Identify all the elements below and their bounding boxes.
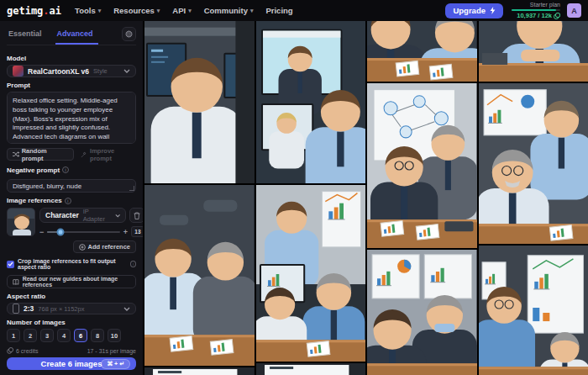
settings-button[interactable] [122,27,136,41]
nav-tools-label: Tools [75,6,96,15]
image-references-label: Image referencesi [7,197,136,204]
generation-cost-row: 6 credits 17 - 31s per image [7,347,136,354]
create-images-button[interactable]: Create 6 images ⌘ + ↵ [7,357,136,370]
guides-banner[interactable]: Read our new guides about image referenc… [7,275,136,288]
generated-image[interactable] [144,367,255,375]
nav-pricing[interactable]: Pricing [265,6,292,15]
gallery-column-1 [144,21,255,375]
guides-banner-label: Read our new guides about image referenc… [23,276,130,288]
logo-text: getimg [7,5,43,17]
aspect-ratio-label: Aspect ratio [7,293,136,300]
generated-image[interactable] [479,83,588,244]
nav-tools[interactable]: Tools▾ [75,6,101,15]
info-icon[interactable]: i [62,166,69,173]
generated-image[interactable] [144,21,255,183]
info-icon[interactable]: i [65,198,71,204]
user-avatar[interactable]: A [567,3,581,18]
logo-dot: . [43,5,49,17]
gallery-column-2 [256,21,366,375]
plan-usage: Starter plan 10,937 / 12k [512,2,560,19]
reference-item: Character IP Adapter − + 13 [7,208,136,237]
model-style-badge: Style [93,67,108,75]
credits-usage: 10,937 / 12k [517,13,552,19]
random-prompt-button[interactable]: Random prompt [7,148,74,161]
check-icon [8,261,13,267]
getimg-logo[interactable]: getimg.ai [7,5,61,17]
reference-type-value: Character [45,211,79,219]
aspect-ratio-value: 2:3 [24,304,34,313]
improve-prompt-button[interactable]: Improve prompt [81,147,136,162]
nav-api[interactable]: API▾ [172,6,191,15]
nav-api-label: API [172,6,186,15]
prompt-textarea[interactable]: Relaxed office setting. Middle-aged boss… [7,92,136,144]
generated-image[interactable] [367,21,477,82]
slider-knob[interactable] [56,228,64,235]
count-option-4[interactable]: 4 [57,329,71,342]
aspect-ratio-dimensions: 768 px × 1152px [38,305,84,313]
tab-essential[interactable]: Essential [7,26,47,45]
negative-prompt-input[interactable] [7,179,136,193]
crop-references-checkbox[interactable] [7,261,14,268]
count-option-10[interactable]: 10 [108,329,121,342]
model-value: RealCartoonXL v6 [28,67,89,76]
generated-image[interactable] [479,21,588,82]
main-nav: Tools▾ Resources▾ API▾ Community▾ Pricin… [75,6,445,15]
prompt-label: Prompt [7,82,136,89]
nav-pricing-label: Pricing [265,6,292,15]
add-reference-label: Add reference [88,243,130,251]
add-reference-button[interactable]: Add reference [73,240,136,253]
weight-value[interactable]: 13 [131,226,143,237]
resize-handle[interactable] [129,186,134,191]
generation-settings-sidebar: Essential Advanced Model RealCartoonXL v… [0,21,143,375]
reference-face-image [8,209,35,236]
weight-slider[interactable] [47,231,119,233]
generated-image[interactable] [144,185,255,366]
generated-image[interactable] [256,363,366,375]
chevron-down-icon [123,307,130,311]
aspect-ratio-select[interactable]: 2:3 768 px × 1152px [7,303,136,314]
nav-community[interactable]: Community▾ [204,6,254,15]
generated-image[interactable] [256,21,366,183]
chevron-down-icon: ▾ [250,8,254,14]
reference-type-badge: IP Adapter [83,208,107,223]
upgrade-label: Upgrade [453,6,486,15]
reference-weight-slider-row: − + 13 [39,226,143,237]
top-navigation-bar: getimg.ai Tools▾ Resources▾ API▾ Communi… [0,0,588,21]
gallery-column-3 [367,21,477,375]
tab-advanced[interactable]: Advanced [55,26,98,45]
count-option-6[interactable]: 6 [74,329,87,342]
generated-image[interactable] [479,246,588,375]
getimg-app: getimg.ai Tools▾ Resources▾ API▾ Communi… [0,0,588,375]
coin-icon [7,347,13,354]
book-icon [13,278,19,286]
delete-reference-button[interactable] [129,208,143,223]
reference-thumbnail[interactable] [7,208,35,236]
count-option-2[interactable]: 2 [24,329,37,342]
chevron-down-icon: ▾ [98,8,102,14]
credits-progress-bar [512,9,560,11]
chevron-down-icon [123,69,130,73]
decrease-weight-button[interactable]: − [39,228,44,236]
shuffle-icon [13,151,19,157]
upgrade-button[interactable]: Upgrade [445,3,503,18]
negative-prompt-label: Negative prompti [7,166,136,174]
count-option-1[interactable]: 1 [7,329,20,342]
count-option-8[interactable]: 8 [91,329,104,342]
count-option-3[interactable]: 3 [40,329,54,342]
generated-image[interactable] [256,185,366,362]
generated-image[interactable] [367,250,477,375]
credits-cost: 6 credits [16,348,38,354]
trash-icon [134,212,140,219]
nav-community-label: Community [204,6,248,15]
generated-image[interactable] [367,83,477,248]
nav-resources[interactable]: Resources▾ [113,6,160,15]
info-icon[interactable]: i [130,261,136,267]
gallery [143,21,588,375]
model-select[interactable]: RealCartoonXL v6 Style [7,65,136,77]
model-label: Model [7,55,136,62]
gallery-column-4 [479,21,588,375]
reference-type-select[interactable]: Character IP Adapter [39,208,126,223]
portrait-ratio-icon [13,304,19,314]
model-thumbnail-icon [13,66,24,77]
increase-weight-button[interactable]: + [123,228,128,236]
